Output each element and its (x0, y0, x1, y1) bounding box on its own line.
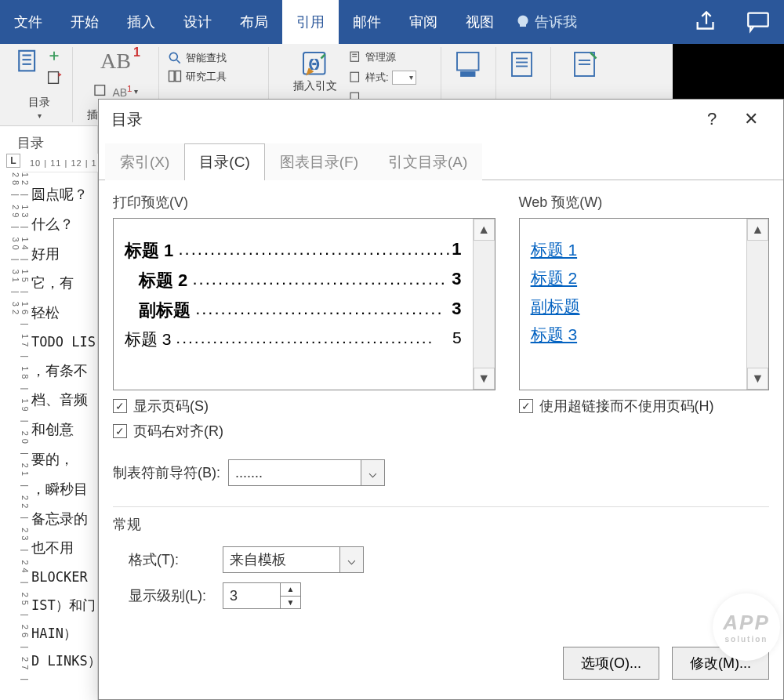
svg-rect-18 (350, 72, 359, 82)
svg-rect-0 (748, 13, 768, 27)
chevron-down-icon[interactable]: ⌵ (339, 547, 363, 572)
toa-icon[interactable] (571, 49, 602, 80)
checkbox-icon (113, 424, 127, 438)
svg-text:(-): (-) (310, 58, 320, 69)
tab-home[interactable]: 开始 (56, 0, 113, 44)
show-levels-label: 显示级别(L): (129, 586, 215, 605)
web-preview-box: 标题 1 标题 2 副标题 标题 3 ▲ ▼ (519, 218, 769, 390)
web-link[interactable]: 标题 3 (531, 324, 735, 346)
svg-rect-20 (457, 53, 479, 71)
tab-leader-label: 制表符前导符(B): (113, 463, 220, 482)
print-preview-content: 标题 1 ...................................… (114, 219, 473, 390)
dialog-body: 打印预览(V) 标题 1 ...........................… (99, 180, 783, 698)
print-preview-label: 打印预览(V) (113, 193, 495, 212)
tab-file[interactable]: 文件 (0, 0, 56, 44)
svg-rect-11 (169, 71, 175, 82)
tab-figures-f[interactable]: 图表目录(F) (265, 143, 373, 180)
manage-sources-icon (348, 50, 362, 64)
web-link[interactable]: 副标题 (531, 296, 735, 317)
dialog-title: 目录 (111, 109, 692, 130)
svg-rect-1 (19, 51, 34, 71)
group-toc: 目录▾ (6, 47, 73, 122)
ribbon-tabs: 文件 开始 插入 设计 布局 引用 邮件 审阅 视图 告诉我 (0, 0, 784, 44)
vertical-ruler: 12 | 13 | 14 | 15 | 16 | 17 | 18 | 19 | … (13, 172, 28, 700)
share-icon[interactable] (681, 0, 732, 44)
close-button[interactable]: ✕ (731, 109, 771, 129)
format-label: 格式(T): (129, 550, 215, 569)
index-icon[interactable] (508, 49, 539, 80)
toc-dialog: 目录 ? ✕ 索引(X) 目录(C) 图表目录(F) 引文目录(A) 打印预览(… (98, 99, 784, 700)
spinner-down-icon[interactable]: ▼ (281, 597, 300, 609)
tab-design[interactable]: 设计 (169, 0, 226, 44)
chevron-down-icon[interactable]: ⌵ (361, 460, 384, 485)
comments-icon[interactable] (732, 0, 784, 44)
format-combo[interactable]: 来自模板 ⌵ (223, 546, 364, 573)
tab-mailings[interactable]: 邮件 (339, 0, 395, 44)
svg-rect-8 (95, 85, 105, 96)
general-label: 常规 (113, 515, 769, 534)
web-link[interactable]: 标题 2 (531, 267, 735, 289)
style-icon (348, 71, 362, 85)
use-hyperlinks-checkbox[interactable]: 使用超链接而不使用页码(H) (519, 390, 769, 415)
research-icon (167, 69, 183, 85)
checkbox-icon (113, 399, 127, 413)
print-preview-box: 标题 1 ...................................… (113, 218, 495, 390)
dialog-titlebar: 目录 ? ✕ (99, 100, 783, 139)
help-button[interactable]: ? (692, 109, 731, 129)
tab-leader-combo[interactable]: ....... ⌵ (228, 459, 385, 486)
manage-sources-button[interactable]: 管理源 (348, 49, 416, 66)
options-button[interactable]: 选项(O)... (563, 647, 659, 680)
tab-insert[interactable]: 插入 (113, 0, 169, 44)
scroll-down-icon[interactable]: ▼ (474, 368, 495, 390)
right-align-checkbox[interactable]: 页码右对齐(R) (113, 415, 495, 441)
tab-toc-c[interactable]: 目录(C) (184, 143, 264, 180)
svg-rect-21 (461, 72, 475, 76)
style-dropdown[interactable]: 样式: ▾ (348, 69, 416, 86)
tab-view[interactable]: 视图 (452, 0, 508, 44)
scroll-up-icon[interactable]: ▲ (747, 219, 768, 241)
tab-stop-indicator[interactable]: L (6, 154, 20, 168)
caption-icon[interactable] (453, 49, 485, 80)
bulb-icon (516, 15, 530, 29)
print-preview-scrollbar[interactable]: ▲ ▼ (473, 219, 495, 390)
tab-review[interactable]: 审阅 (395, 0, 452, 44)
web-preview-scrollbar[interactable]: ▲ ▼ (746, 219, 768, 390)
app-solution-watermark: APP solution (713, 593, 780, 661)
spinner-up-icon[interactable]: ▲ (281, 583, 300, 597)
svg-line-10 (177, 60, 180, 63)
scroll-up-icon[interactable]: ▲ (474, 219, 495, 241)
scroll-down-icon[interactable]: ▼ (747, 368, 768, 390)
insert-citation-label: 插入引文 (293, 80, 337, 92)
tab-authorities-a[interactable]: 引文目录(A) (373, 143, 482, 180)
svg-point-9 (169, 53, 177, 60)
tab-index-x[interactable]: 索引(X) (105, 143, 184, 180)
horizontal-ruler: 10 | 11 | 12 | 1 (22, 154, 98, 172)
research-tool-button[interactable]: 研究工具 (167, 67, 227, 86)
web-preview-label: Web 预览(W) (519, 193, 769, 212)
svg-rect-7 (49, 72, 59, 84)
checkbox-icon (519, 399, 533, 413)
show-page-numbers-checkbox[interactable]: 显示页码(S) (113, 390, 495, 415)
insert-citation-icon[interactable]: (-) (299, 49, 331, 80)
add-text-icon[interactable] (45, 49, 63, 66)
show-levels-spinner[interactable]: 3 ▲ ▼ (223, 582, 301, 609)
tab-references[interactable]: 引用 (282, 0, 339, 44)
svg-rect-12 (176, 71, 181, 82)
footnote-nav-icon[interactable] (93, 84, 111, 98)
update-toc-icon[interactable] (45, 69, 63, 86)
smart-lookup-button[interactable]: 智能查找 (167, 49, 227, 67)
tell-me-label: 告诉我 (535, 13, 577, 31)
smart-lookup-icon (167, 50, 183, 66)
web-link[interactable]: 标题 1 (531, 239, 735, 261)
toc-label[interactable]: 目录▾ (28, 96, 50, 121)
tab-layout[interactable]: 布局 (226, 0, 282, 44)
tell-me[interactable]: 告诉我 (508, 0, 585, 44)
svg-rect-22 (512, 53, 532, 76)
toc-icon (16, 49, 42, 75)
web-preview-content: 标题 1 标题 2 副标题 标题 3 (520, 219, 746, 390)
dialog-tabs: 索引(X) 目录(C) 图表目录(F) 引文目录(A) (99, 143, 783, 180)
